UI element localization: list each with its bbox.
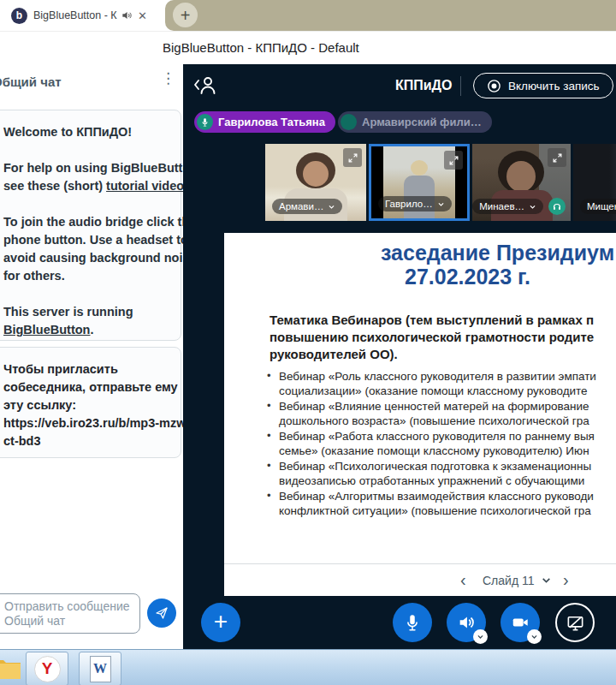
audio-speaker-button[interactable] — [447, 603, 486, 642]
webcam-button[interactable] — [500, 603, 540, 642]
speaker-icon — [457, 613, 476, 632]
invite-line: Чтобы пригласить — [3, 360, 172, 378]
chat-title: Общий чат — [0, 74, 62, 89]
webcam-thumbnail[interactable]: Мищен… — [573, 144, 616, 221]
webcam-name-label[interactable]: Мищен… — [580, 199, 616, 214]
slide-intro-line: руководителей ОО). — [270, 346, 594, 363]
slide-bullet: • Вебинар «Алгоритмы взаимодействия клас… — [267, 489, 596, 518]
welcome-line: To join the audio bridge click the — [3, 213, 172, 231]
slide-bullet-list: • Вебинар «Роль классного руководителя в… — [267, 369, 596, 519]
tab-title: BigBlueButton - КПП — [33, 9, 117, 21]
welcome-line: This server is running — [3, 303, 172, 321]
slide-navigation-bar: ‹ Слайд 11 › — [224, 563, 616, 596]
screen: + b BigBlueButton - КПП ✕ BigBlueButton … — [0, 0, 616, 685]
webcam-thumbnail[interactable]: Минаев… — [472, 144, 571, 221]
invite-line: эту ссылку: — [3, 396, 172, 414]
tab-close-icon[interactable]: ✕ — [138, 9, 147, 22]
next-slide-button[interactable]: › — [563, 564, 569, 596]
audio-options-chevron-icon[interactable] — [473, 629, 488, 644]
webcam-options-chevron-icon[interactable] — [527, 629, 542, 644]
send-message-button[interactable] — [147, 599, 176, 628]
invite-line: собеседника, отправьте ему — [3, 378, 172, 396]
chevron-down-icon — [328, 203, 335, 211]
slide-title-line: заседание Президиум — [381, 241, 614, 265]
meeting-title: КППиДО — [395, 78, 452, 93]
welcome-line: phone button. Use a headset to — [3, 231, 172, 249]
chat-options-kebab-icon[interactable]: ⋮ — [161, 71, 175, 86]
webcam-name-label[interactable]: Гаврило… — [378, 196, 452, 211]
webcam-person-face — [506, 161, 536, 192]
chevron-down-icon — [529, 203, 536, 211]
screenshare-button[interactable] — [555, 603, 595, 642]
header-divider — [460, 76, 461, 96]
tutorial-videos-link[interactable]: tutorial videos — [106, 179, 184, 193]
file-explorer-icon[interactable] — [0, 655, 22, 684]
welcome-line: see these (short) tutorial videos. — [3, 177, 172, 195]
fullscreen-icon[interactable] — [548, 148, 566, 167]
yandex-browser-taskbar-button[interactable]: Y — [26, 652, 68, 685]
microphone-icon — [403, 613, 422, 632]
slide-intro-line: повышению психологической грамотности ро… — [270, 329, 594, 346]
talking-user-name: Армавирский фили… — [362, 116, 482, 128]
slide-title-line: 27.02.2023 г. — [405, 265, 530, 289]
browser-tab[interactable]: b BigBlueButton - КПП ✕ — [0, 0, 165, 31]
welcome-line: Welcome to КППиДО! — [3, 123, 172, 141]
input-placeholder: Отправить сообщение — [4, 599, 134, 614]
start-recording-button[interactable]: Включить запись — [473, 73, 613, 98]
webcam-user-name: Армави… — [279, 201, 323, 211]
slide-bullet: • Вебинар «Психологическая подготовка к … — [267, 459, 596, 488]
chevron-down-icon — [437, 200, 445, 208]
webcam-person — [411, 160, 428, 176]
chevron-person-icon — [193, 74, 217, 95]
meeting-area: КППиДО Включить запись Гаврилова Татьяна… — [183, 64, 616, 649]
slide-intro: Тематика Вебинаров (тем выступлений в ра… — [270, 312, 594, 363]
welcome-line: BigBlueButton. — [3, 321, 172, 339]
bigbluebutton-favicon-icon: b — [11, 8, 27, 24]
record-label: Включить запись — [508, 80, 600, 92]
input-placeholder: Общий чат — [4, 614, 134, 628]
record-icon — [487, 79, 501, 93]
welcome-message-card: Welcome to КППиДО! For help on using Big… — [0, 110, 181, 341]
toggle-userlist-button[interactable] — [193, 74, 217, 98]
talking-user-name: Гаврилова Татьяна — [218, 116, 325, 128]
talking-badge[interactable]: Армавирский фили… — [338, 111, 492, 133]
fullscreen-icon[interactable] — [343, 148, 362, 167]
webcam-user-name: Мищен… — [587, 201, 616, 211]
tab-audio-icon[interactable] — [121, 9, 133, 21]
webcam-person-face — [303, 161, 329, 187]
previous-slide-button[interactable]: ‹ — [460, 564, 466, 596]
presentation-slide[interactable]: заседание Президиум 27.02.2023 г. Темати… — [224, 233, 616, 563]
welcome-line: for others. — [3, 267, 172, 285]
welcome-line: For help on using BigBlueButton — [3, 159, 172, 177]
invite-link[interactable]: ct-bd3 — [3, 432, 172, 450]
page-title: BigBlueButton - КППиДО - Default — [163, 40, 359, 55]
webcam-thumbnail-active[interactable]: Гаврило… — [369, 144, 470, 221]
word-icon: W — [90, 656, 111, 682]
webcam-name-label[interactable]: Армави… — [272, 199, 342, 214]
microphone-icon — [197, 114, 213, 130]
yandex-browser-icon: Y — [34, 656, 61, 682]
message-input[interactable]: Отправить сообщение Общий чат — [0, 593, 140, 634]
slide-number-label[interactable]: Слайд 11 — [483, 564, 534, 596]
slide-bullet: • Вебинар «Влияние ценностей матерей на … — [267, 399, 596, 428]
new-tab-button[interactable]: + — [173, 3, 198, 27]
fullscreen-icon[interactable] — [444, 151, 463, 170]
slide-bullet: • Вебинар «Работа классного руководителя… — [267, 429, 596, 458]
screenshare-off-icon — [566, 613, 585, 633]
talking-badge[interactable]: Гаврилова Татьяна — [194, 111, 335, 133]
slide-intro-line: Тематика Вебинаров (тем выступлений в ра… — [270, 312, 594, 329]
invite-link[interactable]: https://veb.iro23.ru/b/mp3-mzw- — [3, 414, 172, 432]
browser-tab-strip: + b BigBlueButton - КПП ✕ — [0, 0, 616, 31]
webcam-name-label[interactable]: Минаев… — [472, 199, 543, 214]
user-avatar-dot-icon — [341, 114, 357, 130]
paper-plane-icon — [154, 605, 169, 621]
chat-panel: Общий чат ⋮ Welcome to КППиДО! For help … — [0, 64, 184, 649]
mute-microphone-button[interactable] — [393, 603, 432, 642]
webcam-thumbnail[interactable]: Армави… — [265, 144, 366, 221]
webcam-user-name: Минаев… — [479, 201, 524, 211]
slide-select-chevron-icon[interactable] — [541, 564, 552, 596]
actions-plus-button[interactable]: + — [201, 603, 240, 642]
bigbluebutton-link[interactable]: BigBlueButton — [3, 323, 90, 337]
word-taskbar-button[interactable]: W — [79, 652, 121, 685]
camera-icon — [511, 613, 530, 632]
